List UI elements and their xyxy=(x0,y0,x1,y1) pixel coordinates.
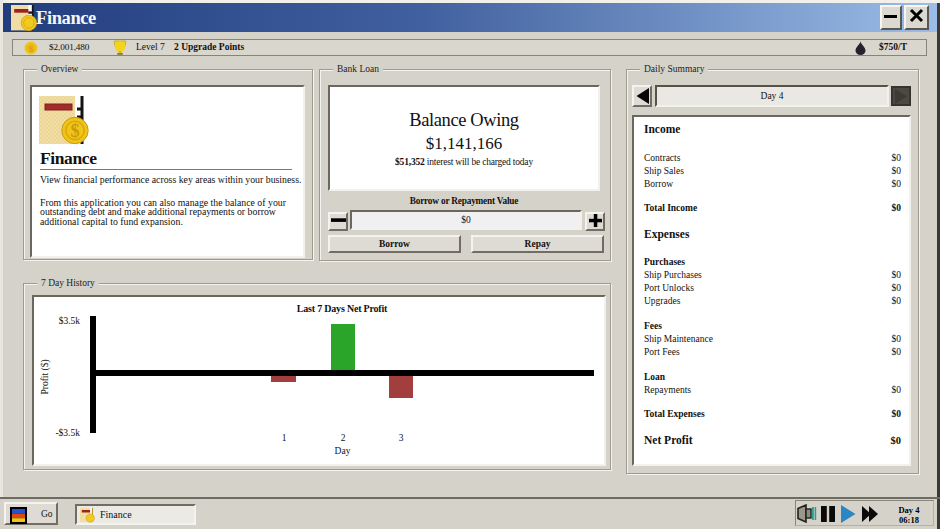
svg-text:$: $ xyxy=(29,44,34,54)
svg-text:$: $ xyxy=(71,121,80,141)
